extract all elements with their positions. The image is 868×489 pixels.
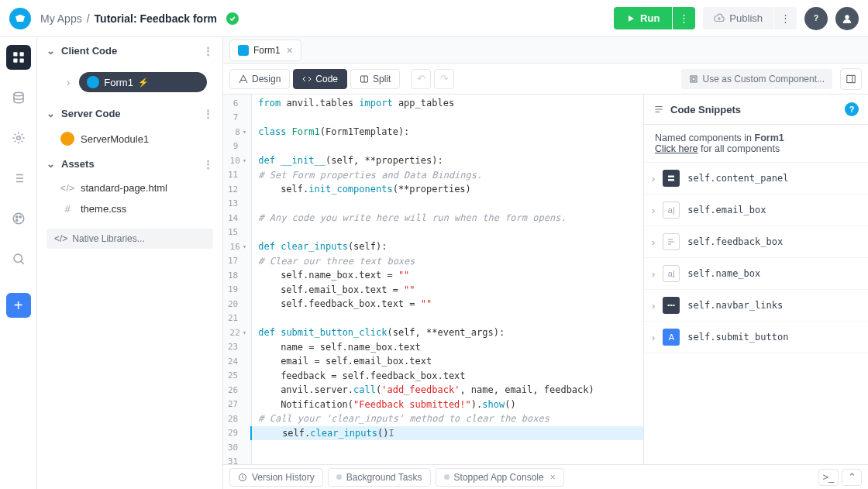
code-line[interactable]: # Call your 'clear_inputs' method to cle… bbox=[252, 412, 643, 426]
code-line[interactable] bbox=[252, 226, 643, 240]
more-icon[interactable]: ⋮ bbox=[203, 45, 213, 57]
fold-icon[interactable]: ▾ bbox=[243, 157, 246, 164]
left-nav-rail: + bbox=[0, 37, 37, 489]
nav-app-browser[interactable] bbox=[6, 45, 31, 70]
svg-point-6 bbox=[14, 92, 23, 96]
svg-rect-3 bbox=[19, 52, 23, 56]
editor-area: Form1 × Design Code Split ↶ bbox=[223, 37, 868, 489]
code-line[interactable]: self.clear_inputs() I bbox=[250, 426, 643, 441]
publish-button[interactable]: Publish bbox=[703, 7, 773, 29]
tab-form1[interactable]: Form1 × bbox=[229, 40, 301, 61]
gutter-line: 29 bbox=[223, 426, 251, 441]
close-icon[interactable]: × bbox=[287, 44, 293, 57]
fold-icon[interactable]: ▾ bbox=[243, 243, 246, 250]
svg-point-8 bbox=[13, 213, 24, 224]
tree-form1[interactable]: › Form1 ⚡ bbox=[43, 67, 216, 97]
hash-icon: # bbox=[60, 203, 74, 215]
synced-icon bbox=[226, 12, 239, 25]
more-icon[interactable]: ⋮ bbox=[203, 158, 213, 170]
code-line[interactable] bbox=[252, 197, 643, 212]
snippet-item[interactable]: ›a|self.name_box bbox=[644, 258, 868, 290]
use-as-custom-component[interactable]: Use as Custom Component... bbox=[681, 69, 832, 89]
snippet-item[interactable]: ›self.navbar_links bbox=[644, 290, 868, 322]
code-line[interactable]: Notification("Feedback submitted!").show… bbox=[252, 398, 643, 412]
nav-forward[interactable]: ↷ bbox=[434, 69, 454, 89]
gutter-line: 8▾ bbox=[223, 125, 251, 139]
more-icon[interactable]: ⋮ bbox=[203, 108, 213, 119]
gutter-line: 13 bbox=[223, 197, 251, 212]
code-line[interactable]: self.init_components(**properties) bbox=[252, 182, 643, 197]
section-assets[interactable]: ⌄ Assets ⋮ bbox=[37, 150, 222, 177]
code-line[interactable]: class Form1(Form1Template): bbox=[252, 125, 643, 139]
code-line[interactable]: def clear_inputs(self): bbox=[252, 239, 643, 254]
code-line[interactable]: self.name_box.text = "" bbox=[252, 268, 643, 283]
code-line[interactable]: feedback = self.feedback_box.text bbox=[252, 369, 643, 384]
snippet-item[interactable]: ›Aself.submit_button bbox=[644, 322, 868, 353]
tree-server-module[interactable]: ServerModule1 bbox=[37, 127, 222, 150]
code-line[interactable]: from anvil.tables import app_tables bbox=[252, 96, 643, 111]
close-icon[interactable]: × bbox=[550, 472, 556, 483]
code-line[interactable]: # Set Form properties and Data Bindings. bbox=[252, 168, 643, 183]
code-line[interactable]: self.feedback_box.text = "" bbox=[252, 297, 643, 312]
tab-background-tasks[interactable]: Background Tasks bbox=[328, 468, 431, 487]
code-line[interactable]: # Any code you write here will run when … bbox=[252, 211, 643, 226]
code-line[interactable] bbox=[252, 440, 643, 455]
breadcrumb-app[interactable]: Tutorial: Feedback form bbox=[95, 12, 217, 25]
code-line[interactable] bbox=[252, 139, 643, 154]
code-line[interactable]: def submit_button_click(self, **event_ar… bbox=[252, 325, 643, 340]
snippet-item[interactable]: ›a|self.email_box bbox=[644, 195, 868, 226]
snippets-all-link[interactable]: Click here bbox=[655, 143, 698, 154]
mode-design[interactable]: Design bbox=[229, 69, 290, 89]
nav-back[interactable]: ↶ bbox=[411, 69, 431, 89]
nav-settings[interactable] bbox=[6, 126, 31, 150]
fold-icon[interactable]: ▾ bbox=[243, 329, 246, 336]
help-button[interactable]: ? bbox=[804, 7, 828, 30]
nav-theme[interactable] bbox=[6, 206, 31, 231]
run-dropdown[interactable]: ⋮ bbox=[673, 7, 695, 29]
code-line[interactable]: self.email_box.text = "" bbox=[252, 283, 643, 298]
file-tabs: Form1 × bbox=[223, 37, 868, 64]
console-prompt-button[interactable]: >_ bbox=[818, 469, 839, 486]
toggle-snippets-panel[interactable] bbox=[840, 68, 862, 90]
svg-point-11 bbox=[16, 219, 17, 221]
code-line[interactable]: name = self.name_box.text bbox=[252, 340, 643, 355]
svg-rect-18 bbox=[668, 179, 674, 181]
gutter-line: 27 bbox=[223, 398, 251, 412]
code-line[interactable] bbox=[252, 111, 643, 126]
tree-asset-css[interactable]: # theme.css bbox=[37, 198, 222, 219]
snippet-item[interactable]: ›self.content_panel bbox=[644, 163, 868, 195]
code-line[interactable] bbox=[252, 455, 643, 465]
code-line[interactable]: anvil.server.call('add_feedback', name, … bbox=[252, 383, 643, 398]
tree-asset-html[interactable]: </> standard-page.html bbox=[37, 177, 222, 198]
code-line[interactable]: email = self.email_box.text bbox=[252, 354, 643, 369]
snippet-item[interactable]: ›self.feedback_box bbox=[644, 226, 868, 258]
svg-rect-20 bbox=[670, 305, 673, 306]
breadcrumb-root[interactable]: My Apps bbox=[40, 12, 82, 25]
fold-icon[interactable]: ▾ bbox=[243, 128, 246, 136]
account-button[interactable] bbox=[835, 7, 859, 30]
svg-point-9 bbox=[16, 216, 17, 218]
collapse-button[interactable]: ⌃ bbox=[842, 469, 862, 486]
status-dot-icon bbox=[444, 474, 450, 480]
tab-app-console[interactable]: Stopped App Console × bbox=[436, 468, 564, 487]
native-libraries-button[interactable]: </> Native Libraries... bbox=[46, 229, 213, 249]
gutter-line: 16▾ bbox=[223, 239, 251, 254]
nav-add-button[interactable]: + bbox=[6, 293, 31, 318]
code-editor[interactable]: 678▾910▾111213141516▾171819202122▾232425… bbox=[223, 95, 643, 464]
nav-list[interactable] bbox=[6, 166, 31, 191]
nav-search[interactable] bbox=[6, 246, 31, 271]
code-line[interactable]: # Clear our three text boxes bbox=[252, 254, 643, 269]
tab-version-history[interactable]: Version History bbox=[229, 468, 323, 487]
help-icon[interactable]: ? bbox=[845, 102, 859, 116]
section-server-code[interactable]: ⌄ Server Code ⋮ bbox=[37, 100, 222, 127]
mode-code[interactable]: Code bbox=[293, 69, 347, 89]
section-client-code[interactable]: ⌄ Client Code ⋮ bbox=[37, 37, 222, 64]
run-button[interactable]: Run bbox=[614, 7, 672, 29]
code-line[interactable] bbox=[252, 312, 643, 326]
publish-dropdown[interactable]: ⋮ bbox=[774, 7, 797, 29]
code-line[interactable]: def __init__(self, **properties): bbox=[252, 153, 643, 168]
gutter-line: 22▾ bbox=[223, 325, 251, 340]
mode-split[interactable]: Split bbox=[350, 69, 400, 89]
anvil-logo[interactable] bbox=[9, 8, 31, 29]
nav-database[interactable] bbox=[6, 85, 31, 110]
